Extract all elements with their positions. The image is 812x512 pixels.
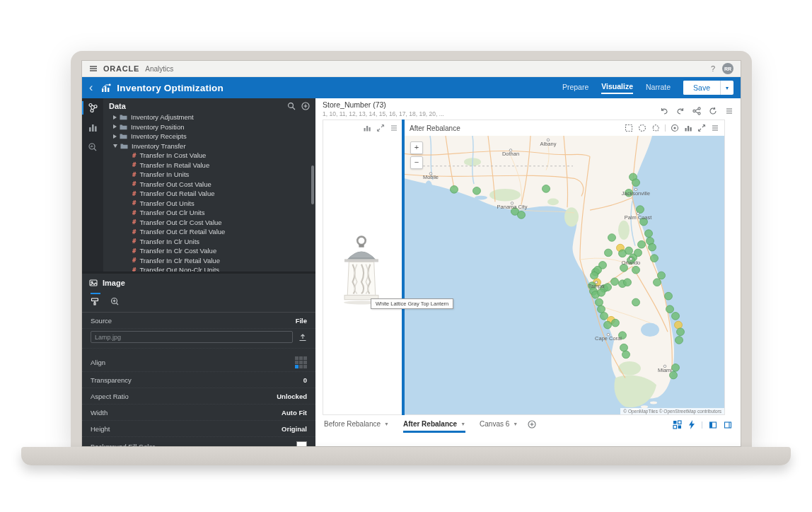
property-value[interactable]: Unlocked — [277, 392, 307, 400]
help-icon[interactable]: ? — [711, 64, 715, 73]
tab-visualize[interactable]: Visualize — [601, 82, 633, 94]
filter-pill[interactable]: Store_Number (73) 1, 10, 11, 12, 13, 14,… — [323, 100, 444, 120]
add-dataset-icon[interactable] — [301, 102, 310, 110]
store-dot-green[interactable] — [649, 243, 656, 251]
store-dot-green[interactable] — [632, 266, 640, 274]
tree-folder[interactable]: Inventory Receipts — [103, 132, 315, 141]
caret-right-icon[interactable] — [113, 134, 117, 139]
toggle-left-panel-icon[interactable] — [709, 421, 717, 429]
add-canvas-icon[interactable] — [528, 420, 536, 429]
refresh-icon[interactable] — [709, 102, 717, 120]
store-dot-green[interactable] — [601, 313, 608, 320]
auto-apply-icon[interactable] — [688, 420, 695, 429]
viz-menu-icon[interactable] — [711, 124, 719, 132]
toggle-right-panel-icon[interactable] — [724, 421, 732, 429]
tree-measure[interactable]: #Transfer Out Non-Clr Units — [103, 265, 315, 272]
store-dot-green[interactable] — [596, 298, 603, 306]
redo-icon[interactable] — [676, 102, 685, 120]
property-value[interactable]: Auto Fit — [282, 409, 307, 417]
rail-analytics-icon[interactable] — [82, 142, 103, 152]
tree-measure[interactable]: #Transfer Out Clr Retail Value — [103, 227, 315, 237]
property-row-transparency[interactable]: Transparency 0 — [82, 372, 315, 388]
store-dot-green[interactable] — [638, 240, 646, 248]
store-dot-green[interactable] — [672, 313, 680, 320]
user-avatar[interactable]: RR — [722, 63, 733, 74]
canvas-tab-before-rebalance[interactable]: Before Rebalance▼ — [324, 420, 389, 431]
maximize-icon[interactable] — [376, 124, 385, 132]
florida-map[interactable]: MobileDothanAlbanyPanama CityJacksonvill… — [405, 136, 724, 414]
store-dot-green[interactable] — [658, 272, 666, 279]
store-dot-green[interactable] — [612, 319, 620, 327]
store-dot-yellow[interactable] — [675, 321, 683, 329]
store-dot-green[interactable] — [451, 186, 458, 194]
store-dot-green[interactable] — [632, 179, 640, 187]
tree-measure[interactable]: #Transfer Out Units — [103, 199, 315, 209]
filter-name[interactable]: Store_Number (73) — [323, 100, 444, 109]
store-dot-green[interactable] — [620, 344, 628, 351]
map-layers-icon[interactable] — [671, 124, 679, 132]
store-dot-green[interactable] — [622, 351, 630, 359]
caret-right-icon[interactable] — [113, 124, 117, 129]
map-visualization[interactable]: After Rebalance — [405, 120, 725, 415]
store-dot-green[interactable] — [611, 278, 619, 286]
property-row-background-fill[interactable]: Background Fill Color — [82, 437, 315, 447]
upload-icon[interactable] — [298, 333, 307, 342]
tree-measure[interactable]: #Transfer Out Retail Value — [103, 189, 315, 199]
global-menu-icon[interactable] — [89, 64, 98, 73]
polygon-select-icon[interactable] — [651, 124, 660, 132]
radius-select-icon[interactable] — [638, 124, 646, 132]
rail-visualizations-icon[interactable] — [82, 123, 103, 132]
tree-measure[interactable]: #Transfer In Units — [103, 170, 315, 180]
tree-scrollbar[interactable] — [311, 165, 314, 204]
dv-grid-icon[interactable] — [673, 420, 682, 429]
store-dot-green[interactable] — [665, 292, 673, 300]
tree-measure[interactable]: #Transfer Out Clr Units — [103, 208, 315, 218]
property-row-aspect-ratio[interactable]: Aspect Ratio Unlocked — [82, 388, 315, 405]
tree-measure[interactable]: #Transfer In Clr Retail Value — [103, 256, 315, 266]
rectangle-select-icon[interactable] — [625, 124, 633, 132]
tab-prepare[interactable]: Prepare — [562, 83, 588, 93]
caret-down-icon[interactable] — [113, 144, 117, 148]
store-dot-green[interactable] — [605, 249, 613, 257]
map-zoom-in-button[interactable]: + — [410, 141, 423, 154]
source-filename-input[interactable] — [91, 331, 293, 343]
tab-interaction-properties[interactable] — [110, 293, 119, 308]
tree-measure[interactable]: #Transfer In Cost Value — [103, 151, 315, 161]
property-row-height[interactable]: Height Original — [82, 421, 315, 437]
viz-type-icon[interactable] — [684, 124, 692, 132]
property-row-source[interactable]: Source File — [82, 313, 315, 329]
store-dot-green[interactable] — [675, 337, 683, 344]
tree-folder[interactable]: Inventory Transfer — [103, 141, 315, 151]
map-zoom-out-button[interactable]: − — [410, 156, 423, 169]
back-button[interactable]: ‹ — [89, 82, 93, 93]
image-visualization[interactable] — [323, 120, 402, 415]
viz-type-icon[interactable] — [363, 124, 371, 132]
store-dot-green[interactable] — [598, 289, 605, 296]
store-dot-green[interactable] — [624, 279, 632, 286]
tree-folder[interactable]: Inventory Adjustment — [103, 112, 315, 122]
canvas-tab-after-rebalance[interactable]: After Rebalance▼ — [403, 420, 465, 433]
fill-color-swatch[interactable] — [296, 441, 307, 448]
caret-right-icon[interactable] — [113, 115, 117, 120]
save-menu-caret-icon[interactable]: ▾ — [720, 81, 733, 95]
store-dot-green[interactable] — [672, 363, 680, 371]
property-row-width[interactable]: Width Auto Fit — [82, 405, 315, 421]
store-dot-green[interactable] — [637, 206, 644, 214]
store-dot-green[interactable] — [598, 306, 605, 313]
store-dot-green[interactable] — [473, 187, 481, 194]
store-dot-green[interactable] — [608, 234, 616, 242]
rail-data-icon[interactable] — [82, 103, 103, 113]
canvas-menu-icon[interactable] — [725, 102, 733, 120]
align-grid-control[interactable] — [295, 356, 307, 368]
store-dot-green[interactable] — [591, 272, 598, 279]
store-dot-green[interactable] — [654, 279, 661, 286]
property-value[interactable]: 0 — [303, 376, 307, 384]
save-button[interactable]: Save — [683, 81, 720, 95]
tree-folder[interactable]: Inventory Position — [103, 122, 315, 132]
viz-menu-icon[interactable] — [390, 124, 398, 132]
share-icon[interactable] — [692, 102, 701, 120]
tab-general-properties[interactable] — [91, 293, 99, 308]
store-dot-green[interactable] — [625, 247, 633, 255]
property-value[interactable]: File — [296, 317, 307, 325]
store-dot-green[interactable] — [604, 321, 612, 329]
